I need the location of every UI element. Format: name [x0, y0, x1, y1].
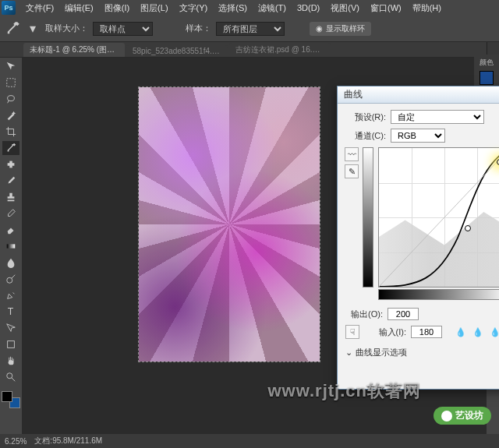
zoom-tool[interactable]: [2, 370, 19, 384]
show-ring-toggle[interactable]: ◉ 显示取样环: [310, 22, 371, 36]
hand-tool[interactable]: [2, 354, 19, 368]
output-label: 输出(O):: [342, 309, 383, 320]
dodge-tool[interactable]: [2, 272, 19, 286]
doc-tab-2[interactable]: 58pic_523ade83551f4.psd @ 8.3...: [126, 45, 228, 57]
pen-tool[interactable]: [2, 288, 19, 302]
preset-label: 预设(R):: [345, 111, 386, 123]
marquee-tool[interactable]: [2, 76, 19, 90]
move-tool[interactable]: [2, 59, 19, 73]
chevron-down-icon: ⌄: [345, 347, 352, 358]
curve-line[interactable]: [379, 148, 499, 287]
menu-select[interactable]: 选择(S): [213, 1, 253, 16]
channel-select[interactable]: RGB: [391, 129, 445, 143]
eraser-tool[interactable]: [2, 223, 19, 237]
lasso-tool[interactable]: [2, 92, 19, 106]
eyedropper-tool[interactable]: [2, 141, 19, 155]
svg-point-1: [8, 96, 15, 101]
sample-size-select[interactable]: 取样点: [93, 22, 153, 36]
chevron-down-icon[interactable]: ▾: [25, 21, 41, 37]
menubar: Ps 文件(F) 编辑(E) 图像(I) 图层(L) 文字(Y) 选择(S) 滤…: [0, 0, 499, 16]
heal-tool[interactable]: [2, 157, 19, 171]
svg-text:T: T: [8, 306, 14, 317]
stamp-tool[interactable]: [2, 190, 19, 204]
gradient-tool[interactable]: [2, 239, 19, 253]
curves-graph[interactable]: [378, 147, 499, 287]
output-ramp: [363, 147, 373, 287]
type-tool[interactable]: T: [2, 305, 19, 319]
input-label: 输入(I):: [366, 326, 406, 338]
brush-tool[interactable]: [2, 174, 19, 188]
input-field[interactable]: [411, 326, 442, 338]
crop-tool[interactable]: [2, 125, 19, 139]
wand-tool[interactable]: [2, 108, 19, 122]
sample-layers-select[interactable]: 所有图层: [216, 22, 285, 36]
menu-3d[interactable]: 3D(D): [292, 2, 325, 14]
gray-point-icon[interactable]: 💧: [472, 326, 484, 338]
path-tool[interactable]: [2, 321, 19, 335]
menu-view[interactable]: 视图(V): [325, 1, 365, 16]
statusbar: 6.25% 文档:95.8M/211.6M: [0, 434, 499, 448]
tabbar: 未标题-1 @ 6.25% (图层 4, RGB/8) * × 58pic_52…: [0, 42, 499, 58]
svg-rect-3: [9, 161, 12, 168]
doc-tab-1[interactable]: 未标题-1 @ 6.25% (图层 4, RGB/8) * ×: [23, 43, 125, 57]
toolbox: T: [0, 58, 22, 434]
menu-edit[interactable]: 编辑(E): [59, 1, 99, 16]
sample-layers-label: 样本：: [186, 23, 211, 34]
watermark-wechat: 艺设坊: [434, 407, 491, 425]
color-panel[interactable]: 颜色: [474, 55, 499, 86]
svg-rect-0: [7, 79, 16, 87]
white-point-icon[interactable]: 💧: [489, 326, 499, 338]
blur-tool[interactable]: [2, 256, 19, 270]
color-swatches[interactable]: [2, 391, 20, 408]
ring-icon: ◉: [316, 24, 323, 33]
menu-help[interactable]: 帮助(H): [407, 1, 447, 16]
channel-label: 通道(C):: [345, 130, 386, 142]
options-bar: ▾ 取样大小： 取样点 样本： 所有图层 ◉ 显示取样环: [0, 16, 499, 42]
eyedropper-icon: [5, 21, 20, 37]
zoom-readout[interactable]: 6.25%: [5, 437, 27, 446]
output-field[interactable]: [388, 308, 419, 320]
color-panel-label: 颜色: [480, 58, 494, 68]
dialog-title[interactable]: 曲线: [338, 86, 499, 104]
target-adjust-icon[interactable]: ☟: [345, 325, 359, 339]
shape-tool[interactable]: [2, 337, 19, 351]
disclose-label: 曲线显示选项: [356, 347, 407, 358]
menu-file[interactable]: 文件(F): [20, 1, 59, 16]
menu-layer[interactable]: 图层(L): [135, 1, 173, 16]
app-logo: Ps: [2, 1, 16, 15]
history-brush-tool[interactable]: [2, 206, 19, 220]
artboard[interactable]: [139, 87, 320, 362]
doc-tab-3[interactable]: 吉纺连衣裙.psd @ 16.7% (图层 1...: [229, 43, 331, 57]
svg-point-8: [7, 373, 12, 379]
menu-filter[interactable]: 滤镜(T): [253, 1, 292, 16]
curve-point-highlight[interactable]: [497, 159, 499, 165]
disclose-display-options[interactable]: ⌄ 曲线显示选项: [345, 347, 499, 358]
preset-select[interactable]: 自定: [391, 110, 484, 124]
svg-point-5: [7, 277, 12, 283]
doc-size-readout: 文档:95.8M/211.6M: [34, 436, 102, 446]
menu-window[interactable]: 窗口(W): [365, 1, 407, 16]
menu-image[interactable]: 图像(I): [99, 1, 135, 16]
input-ramp: [378, 289, 499, 300]
curve-point[interactable]: [465, 225, 471, 231]
panel-swatch[interactable]: [480, 71, 494, 85]
black-point-icon[interactable]: 💧: [455, 326, 467, 338]
watermark-site: www.rjtj.cn软著网: [267, 379, 421, 403]
curves-dialog[interactable]: 曲线 预设(R): 自定 通道(C): RGB 〰 ✎: [337, 86, 499, 390]
artwork: [139, 87, 320, 362]
svg-rect-4: [7, 244, 16, 248]
svg-rect-7: [8, 341, 15, 348]
menu-type[interactable]: 文字(Y): [174, 1, 214, 16]
sample-size-label: 取样大小：: [45, 23, 88, 34]
fg-swatch[interactable]: [2, 391, 12, 402]
pencil-mode-icon[interactable]: ✎: [345, 164, 359, 178]
curve-mode-icon[interactable]: 〰: [345, 147, 359, 161]
show-ring-label: 显示取样环: [326, 23, 365, 34]
